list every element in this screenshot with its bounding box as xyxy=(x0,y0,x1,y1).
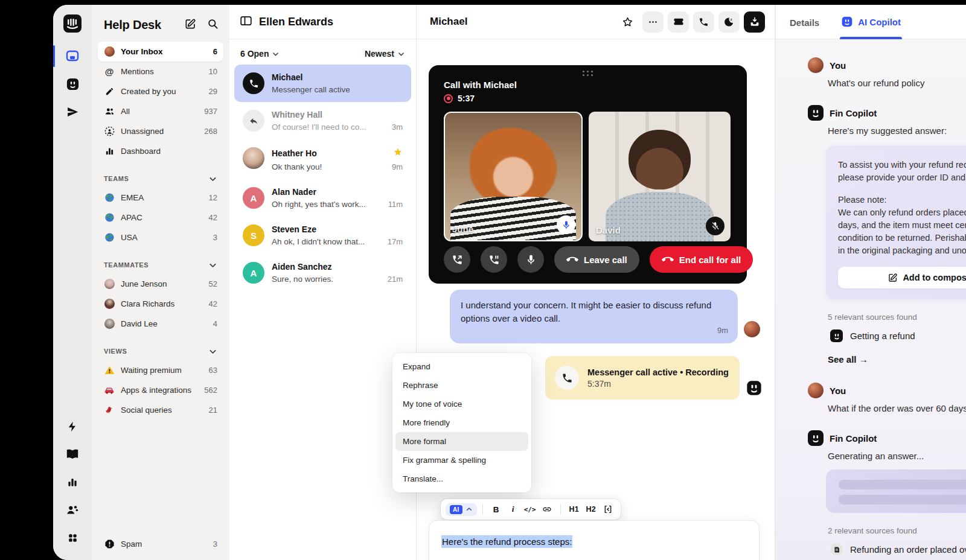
end-call-for-all-button[interactable]: End call for all xyxy=(650,246,753,273)
link-button[interactable] xyxy=(539,501,555,517)
chevron-down-icon xyxy=(208,174,217,183)
code-button[interactable]: </> xyxy=(522,501,538,517)
banner-title: Messenger call active • Recording xyxy=(587,368,729,377)
h1-button[interactable]: H1 xyxy=(566,501,582,517)
menu-item-fix-grammar[interactable]: Fix grammar & spelling xyxy=(395,451,528,469)
hold-call-button[interactable] xyxy=(481,246,507,273)
panel-toggle-icon[interactable] xyxy=(240,16,252,28)
sidebar-item-created-by-you[interactable]: Created by you 29 xyxy=(98,81,223,101)
sender-avatar xyxy=(744,321,760,337)
david-lee-avatar xyxy=(104,319,115,329)
sidebar-item-spam[interactable]: Spam 3 xyxy=(98,534,223,554)
inbox-nav-icon[interactable] xyxy=(53,42,92,70)
dashboard-icon xyxy=(104,146,115,157)
see-all-link[interactable]: See all → xyxy=(828,354,966,364)
sidebar-item-apps-integrations[interactable]: Apps & integrations 562 xyxy=(98,380,223,400)
message-time: 9m xyxy=(717,324,728,337)
generating-status: Generating an answer... xyxy=(828,451,966,461)
intercom-logo-icon[interactable] xyxy=(53,5,92,42)
section-teammates[interactable]: TEAMMATES xyxy=(98,256,223,274)
source-refunding-order[interactable]: Refunding an order placed over xyxy=(830,543,966,556)
recording-indicator-icon xyxy=(444,94,453,103)
drag-handle-icon[interactable] xyxy=(583,71,593,76)
menu-item-rephrase[interactable]: Rephrase xyxy=(395,376,528,395)
sources-count-label: 2 relevant sources found xyxy=(828,526,966,535)
sidebar-item-june-jenson[interactable]: June Jenson 52 xyxy=(98,274,223,294)
more-options-button[interactable] xyxy=(642,11,664,33)
sidebar: Help Desk Your Inbox 6 @ Mentions 10 Cre… xyxy=(92,5,229,560)
open-filter-dropdown[interactable]: 6 Open xyxy=(240,49,280,59)
menu-item-more-friendly[interactable]: More friendly xyxy=(395,413,528,432)
reply-composer[interactable]: Here's the refund process steps: xyxy=(429,520,760,560)
fin-ai-nav-icon[interactable] xyxy=(53,70,92,98)
italic-button[interactable]: i xyxy=(505,501,521,517)
mic-muted-icon[interactable] xyxy=(706,217,724,235)
menu-item-more-formal[interactable]: More formal xyxy=(395,432,528,451)
sidebar-item-social-queries[interactable]: Social queries 21 xyxy=(98,400,223,420)
section-views[interactable]: VIEWS xyxy=(98,342,223,360)
sidebar-item-emea[interactable]: EMEA 12 xyxy=(98,188,223,208)
contacts-nav-icon[interactable] xyxy=(53,496,92,524)
sidebar-item-david-lee[interactable]: David Lee 4 xyxy=(98,314,223,334)
sidebar-item-usa[interactable]: USA 3 xyxy=(98,228,223,247)
section-teams[interactable]: TEAMS xyxy=(98,170,223,188)
conversation-heather-ho[interactable]: Heather Ho Ok thank you!9m xyxy=(234,139,411,179)
copilot-user-question: You xyxy=(808,57,966,73)
menu-item-translate[interactable]: Translate... xyxy=(395,469,528,488)
at-icon: @ xyxy=(104,66,115,77)
sidebar-item-waiting-premium[interactable]: Waiting premium 63 xyxy=(98,360,223,380)
sidebar-item-apac[interactable]: APAC 42 xyxy=(98,208,223,228)
mute-button[interactable] xyxy=(517,246,544,273)
sidebar-item-your-inbox[interactable]: Your Inbox 6 xyxy=(98,42,223,62)
sidebar-item-all[interactable]: All 937 xyxy=(98,101,223,121)
ai-menu-button[interactable]: AI xyxy=(446,503,477,516)
leave-call-button[interactable]: Leave call xyxy=(554,246,639,273)
h2-button[interactable]: H2 xyxy=(583,501,599,517)
june-avatar xyxy=(104,279,115,289)
fin-copilot-icon xyxy=(808,430,824,446)
sidebar-item-dashboard[interactable]: Dashboard xyxy=(98,141,223,161)
compose-icon[interactable] xyxy=(185,18,196,32)
ticket-button[interactable] xyxy=(668,11,689,33)
conversation-aiden-sanchez[interactable]: A Aiden Sanchez Sure, no worries.21m xyxy=(234,254,411,291)
sidebar-item-clara-richards[interactable]: Clara Richards 42 xyxy=(98,294,223,314)
suggested-answer-card: To assist you with your refund request, … xyxy=(826,145,966,299)
bird-icon xyxy=(104,405,115,416)
banner-timer: 5:37m xyxy=(587,379,729,389)
source-getting-a-refund[interactable]: Getting a refund xyxy=(830,329,966,342)
conversation-whitney-hall[interactable]: Whitney Hall Of course! I'll need to co.… xyxy=(234,102,411,139)
knowledge-nav-icon[interactable] xyxy=(53,441,92,468)
close-conversation-button[interactable] xyxy=(744,11,765,33)
mic-on-icon[interactable] xyxy=(557,215,575,234)
snippet-icon[interactable] xyxy=(600,501,616,517)
conversation-alan-nader[interactable]: A Alan Nader Oh right, yes that's work..… xyxy=(234,179,411,217)
inbox-owner-title: Ellen Edwards xyxy=(259,16,333,28)
call-card: Call with Michael 5:37 June David xyxy=(429,65,747,284)
snippet-doc-icon xyxy=(830,543,843,556)
sidebar-item-unassigned[interactable]: Unassigned 268 xyxy=(98,121,223,141)
tab-ai-copilot[interactable]: AI Copilot xyxy=(841,16,901,39)
reports-nav-icon[interactable] xyxy=(53,468,92,496)
bold-button[interactable]: B xyxy=(488,501,504,517)
snooze-button[interactable]: z xyxy=(718,11,740,33)
outbound-nav-icon[interactable] xyxy=(53,98,92,126)
sort-dropdown[interactable]: Newest xyxy=(365,49,405,59)
star-conversation-button[interactable] xyxy=(617,11,638,33)
conversation-steven-eze[interactable]: S Steven Eze Ah ok, I didn't know that..… xyxy=(234,217,411,254)
call-button[interactable] xyxy=(693,11,714,33)
call-timer: 5:37 xyxy=(458,94,475,103)
transfer-call-button[interactable] xyxy=(444,246,470,273)
lightning-nav-icon[interactable] xyxy=(53,413,92,441)
menu-item-my-tone[interactable]: My tone of voice xyxy=(395,395,528,413)
tab-details[interactable]: Details xyxy=(790,18,819,39)
copilot-user-question-2: You xyxy=(808,383,966,398)
search-icon[interactable] xyxy=(207,18,219,32)
apps-nav-icon[interactable] xyxy=(53,524,92,552)
sidebar-item-mentions[interactable]: @ Mentions 10 xyxy=(98,62,223,81)
icon-rail xyxy=(53,5,92,560)
video-tile-david: David xyxy=(589,112,731,241)
menu-item-expand[interactable]: Expand xyxy=(395,357,528,376)
copilot-answer-header-2: Fin Copilot xyxy=(808,430,966,446)
add-to-composer-button[interactable]: Add to composer xyxy=(838,267,966,288)
conversation-michael[interactable]: Michael Messenger call active xyxy=(234,65,411,102)
